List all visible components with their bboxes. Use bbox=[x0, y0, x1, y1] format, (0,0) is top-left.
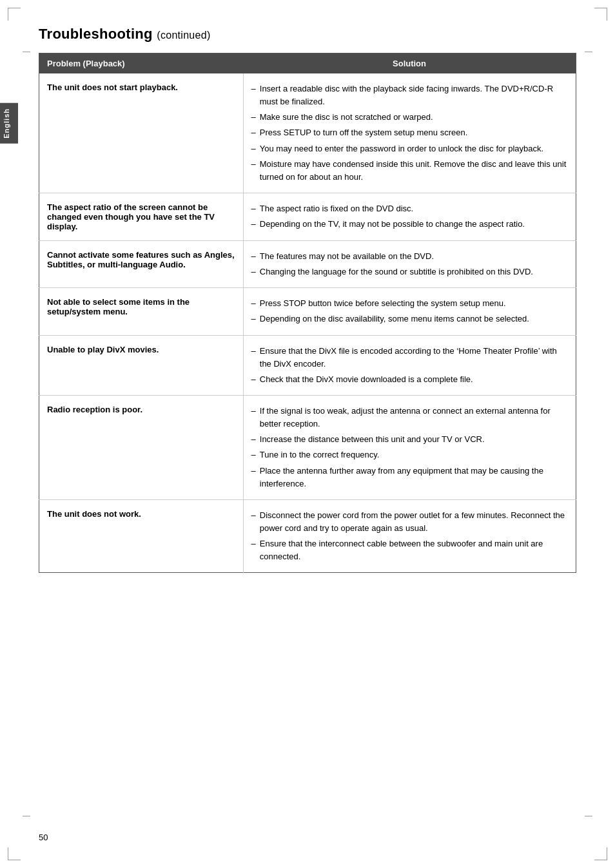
solution-text: Depending on the TV, it may not be possi… bbox=[260, 218, 525, 231]
solution-text: Insert a readable disc with the playback… bbox=[260, 82, 568, 108]
corner-mark-tl bbox=[8, 8, 21, 21]
table-row: The unit does not work.–Disconnect the p… bbox=[39, 499, 576, 573]
solution-item: –If the signal is too weak, adjust the a… bbox=[251, 405, 568, 430]
problem-cell: The unit does not work. bbox=[39, 499, 244, 573]
solution-item: –Press STOP button twice before selectin… bbox=[251, 297, 568, 310]
solution-item: –Ensure that the interconnect cable betw… bbox=[251, 537, 568, 563]
table-row: Not able to select some items in the set… bbox=[39, 288, 576, 335]
dash-icon: – bbox=[251, 202, 256, 215]
table-row: The aspect ratio of the screen cannot be… bbox=[39, 193, 576, 240]
solution-cell: –If the signal is too weak, adjust the a… bbox=[243, 395, 576, 499]
corner-mark-bl bbox=[8, 847, 21, 860]
solution-text: The aspect ratio is fixed on the DVD dis… bbox=[260, 202, 413, 215]
table-row: The unit does not start playback.–Insert… bbox=[39, 73, 576, 193]
solution-cell: –Ensure that the DivX file is encoded ac… bbox=[243, 335, 576, 395]
problem-cell: The unit does not start playback. bbox=[39, 73, 244, 193]
dash-icon: – bbox=[251, 126, 256, 139]
side-mark-left-top bbox=[23, 52, 30, 52]
solution-item: –You may need to enter the password in o… bbox=[251, 142, 568, 155]
solution-item: –The features may not be available on th… bbox=[251, 250, 568, 263]
solution-text: Moisture may have condensed inside this … bbox=[260, 158, 568, 184]
solution-item: –Increase the distance between this unit… bbox=[251, 433, 568, 446]
dash-icon: – bbox=[251, 111, 256, 124]
solution-cell: –Insert a readable disc with the playbac… bbox=[243, 73, 576, 193]
solution-item: –Press SETUP to turn off the system setu… bbox=[251, 126, 568, 139]
page-title-text: Troubleshooting bbox=[39, 26, 153, 42]
dash-icon: – bbox=[251, 345, 256, 358]
dash-icon: – bbox=[251, 465, 256, 477]
solution-cell: –The aspect ratio is fixed on the DVD di… bbox=[243, 193, 576, 240]
dash-icon: – bbox=[251, 265, 256, 278]
corner-mark-tr bbox=[594, 8, 607, 21]
solution-text: Ensure that the interconnect cable betwe… bbox=[260, 537, 568, 563]
problem-cell: Radio reception is poor. bbox=[39, 395, 244, 499]
page-title: Troubleshooting (continued) bbox=[39, 26, 576, 43]
dash-icon: – bbox=[251, 433, 256, 446]
col-header-solution: Solution bbox=[243, 53, 576, 74]
table-row: Cannot activate some features such as An… bbox=[39, 240, 576, 287]
solution-text: You may need to enter the password in or… bbox=[260, 142, 543, 155]
solution-item: –Tune in to the correct frequency. bbox=[251, 448, 568, 461]
solution-item: –Check that the DivX movie downloaded is… bbox=[251, 373, 568, 386]
page-number: 50 bbox=[39, 833, 48, 842]
solution-item: –Depending on the TV, it may not be poss… bbox=[251, 218, 568, 231]
solution-cell: –Press STOP button twice before selectin… bbox=[243, 288, 576, 335]
solution-item: –Insert a readable disc with the playbac… bbox=[251, 82, 568, 108]
solution-text: The features may not be available on the… bbox=[260, 250, 434, 263]
table-row: Radio reception is poor.–If the signal i… bbox=[39, 395, 576, 499]
side-mark-right-top bbox=[585, 52, 592, 52]
dash-icon: – bbox=[251, 373, 256, 386]
problem-cell: Unable to play DivX movies. bbox=[39, 335, 244, 395]
page-container: English Troubleshooting (continued) Prob… bbox=[0, 0, 615, 868]
problem-cell: Cannot activate some features such as An… bbox=[39, 240, 244, 287]
solution-text: Disconnect the power cord from the power… bbox=[260, 509, 568, 535]
dash-icon: – bbox=[251, 313, 256, 325]
solution-text: Changing the language for the sound or s… bbox=[260, 265, 533, 278]
col-header-problem: Problem (Playback) bbox=[39, 53, 244, 74]
solution-item: –Place the antenna further away from any… bbox=[251, 465, 568, 490]
solution-text: Press SETUP to turn off the system setup… bbox=[260, 126, 468, 139]
solution-text: Check that the DivX movie downloaded is … bbox=[260, 373, 473, 386]
solution-item: –Moisture may have condensed inside this… bbox=[251, 158, 568, 184]
dash-icon: – bbox=[251, 509, 256, 522]
dash-icon: – bbox=[251, 142, 256, 155]
dash-icon: – bbox=[251, 218, 256, 231]
dash-icon: – bbox=[251, 250, 256, 263]
solution-text: If the signal is too weak, adjust the an… bbox=[260, 405, 568, 430]
dash-icon: – bbox=[251, 158, 256, 171]
solution-item: –Ensure that the DivX file is encoded ac… bbox=[251, 345, 568, 371]
solution-text: Tune in to the correct frequency. bbox=[260, 448, 380, 461]
solution-cell: –The features may not be available on th… bbox=[243, 240, 576, 287]
corner-mark-br bbox=[594, 847, 607, 860]
troubleshooting-table: Problem (Playback) Solution The unit doe… bbox=[39, 53, 576, 573]
dash-icon: – bbox=[251, 537, 256, 550]
problem-cell: The aspect ratio of the screen cannot be… bbox=[39, 193, 244, 240]
solution-item: –Depending on the disc availability, som… bbox=[251, 313, 568, 325]
solution-text: Increase the distance between this unit … bbox=[260, 433, 485, 446]
solution-text: Make sure the disc is not scratched or w… bbox=[260, 111, 433, 124]
solution-text: Place the antenna further away from any … bbox=[260, 465, 568, 490]
dash-icon: – bbox=[251, 82, 256, 95]
dash-icon: – bbox=[251, 297, 256, 310]
dash-icon: – bbox=[251, 448, 256, 461]
problem-cell: Not able to select some items in the set… bbox=[39, 288, 244, 335]
solution-item: –Make sure the disc is not scratched or … bbox=[251, 111, 568, 124]
dash-icon: – bbox=[251, 405, 256, 418]
sidebar-english-label: English bbox=[0, 103, 18, 144]
page-title-continued: (continued) bbox=[157, 30, 210, 41]
solution-text: Depending on the disc availability, some… bbox=[260, 313, 529, 325]
solution-item: –Disconnect the power cord from the powe… bbox=[251, 509, 568, 535]
side-mark-right-bottom bbox=[585, 816, 592, 816]
solution-text: Press STOP button twice before selecting… bbox=[260, 297, 506, 310]
table-row: Unable to play DivX movies.–Ensure that … bbox=[39, 335, 576, 395]
solution-item: –The aspect ratio is fixed on the DVD di… bbox=[251, 202, 568, 215]
solution-cell: –Disconnect the power cord from the powe… bbox=[243, 499, 576, 573]
side-mark-left-bottom bbox=[23, 816, 30, 816]
solution-item: –Changing the language for the sound or … bbox=[251, 265, 568, 278]
solution-text: Ensure that the DivX file is encoded acc… bbox=[260, 345, 568, 371]
